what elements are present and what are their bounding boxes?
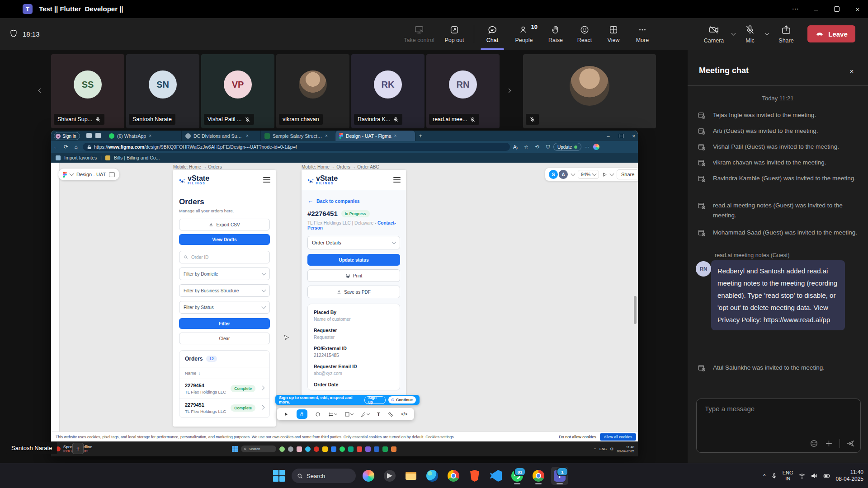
tray-mic-icon[interactable] (771, 473, 778, 479)
participant-tile[interactable]: RN read.ai mee... (426, 54, 500, 128)
teams-taskbar-icon[interactable]: T1 (551, 467, 568, 485)
filter-status-select[interactable]: Filter by Status (179, 301, 270, 314)
app-icon[interactable] (381, 467, 398, 485)
history-icon[interactable]: ⟲ (532, 144, 542, 150)
collaborator-avatar[interactable]: A (558, 169, 568, 179)
layout-panel-icon[interactable] (109, 172, 115, 177)
minimize-button[interactable]: – (806, 0, 826, 18)
leave-button[interactable]: Leave (807, 25, 855, 42)
participant-tile[interactable]: SN Santosh Narate (126, 54, 199, 128)
favorite-star-icon[interactable]: ☆ (521, 144, 532, 150)
present-icon[interactable] (602, 172, 607, 177)
emoji-icon[interactable] (810, 439, 818, 448)
clear-button[interactable]: Clear (179, 333, 270, 344)
close-button[interactable]: × (847, 0, 868, 18)
collections-icon[interactable]: ⛉ (542, 144, 553, 150)
file-explorer-icon[interactable] (402, 467, 420, 485)
tray-expand-icon[interactable]: ^ (763, 473, 766, 479)
figma-doc-chip[interactable]: Design - UAT (58, 169, 119, 180)
participant-tile[interactable]: vikram chavan (276, 54, 349, 128)
raise-hand-button[interactable]: Raise (541, 18, 570, 50)
tab-figma-active[interactable]: Design - UAT - Figma× (335, 131, 415, 141)
wifi-icon[interactable] (798, 472, 806, 479)
chat-input-box[interactable] (696, 399, 861, 453)
chat-close-icon[interactable]: × (847, 66, 856, 75)
frame-tool[interactable] (328, 412, 337, 417)
chrome-profile-icon[interactable] (530, 467, 547, 485)
print-button[interactable]: Print (307, 269, 400, 282)
brave-icon[interactable] (466, 467, 483, 485)
taskbar-clock[interactable]: 11:4008-04-2025 (836, 469, 863, 483)
tab-dc-divisions[interactable]: DC Divisions and Surroundings× (182, 131, 261, 141)
comment-tool[interactable] (315, 412, 321, 417)
volume-icon[interactable] (811, 472, 818, 479)
order-row[interactable]: 2279451TL Flex Holdings LLC Complete (179, 399, 269, 418)
copilot-icon[interactable] (593, 144, 599, 150)
tab-close-icon[interactable]: × (246, 133, 249, 138)
tiles-scroll-right-icon[interactable] (505, 85, 513, 98)
view-drafts-button[interactable]: View Drafts (179, 234, 270, 245)
order-row[interactable]: 2279454TL Flex Holdings LLC Complete (179, 379, 269, 399)
home-icon[interactable]: ⌂ (71, 144, 81, 150)
shape-tool[interactable] (344, 412, 353, 417)
order-details-select[interactable]: Order Details (307, 236, 400, 249)
bookmark-bills-link[interactable]: Bills | Billing and Co... (114, 155, 160, 160)
refresh-icon[interactable]: ⟳ (61, 144, 71, 150)
whatsapp-icon[interactable]: 81 (509, 467, 526, 485)
browser-menu-icon[interactable]: ⋯ (581, 144, 592, 150)
collaborators-chevron[interactable] (571, 172, 576, 176)
hamburger-menu-icon[interactable] (393, 177, 401, 183)
tab-salary-sheet[interactable]: Sample Salary Structure with calc× (261, 131, 335, 141)
taskbar-search[interactable]: Search (292, 469, 356, 483)
filter-button[interactable]: Filter (179, 318, 270, 329)
tab-close-icon[interactable]: × (394, 133, 397, 138)
vscode-icon[interactable] (487, 467, 505, 485)
deny-cookies-button[interactable]: Do not allow cookies (559, 435, 596, 439)
tiles-scroll-left-icon[interactable] (36, 85, 44, 98)
browser-maximize-icon[interactable] (619, 134, 623, 138)
browser-update-button[interactable]: Update (553, 143, 581, 151)
back-icon[interactable]: ← (51, 144, 61, 150)
figma-signup-button[interactable]: Sign up (364, 396, 385, 404)
spotlight-tile[interactable] (523, 54, 656, 128)
share-button[interactable]: Share (773, 18, 799, 50)
figma-frame-order-detail[interactable]: vStateFILINGS ←Back to companies #227645… (302, 170, 406, 399)
tab-whatsapp[interactable]: (6) WhatsApp× (105, 131, 182, 141)
browser-workspaces-icon[interactable] (86, 133, 92, 138)
zoom-level-select[interactable]: 94% (578, 170, 599, 179)
battery-icon[interactable] (823, 472, 831, 479)
order-id-search[interactable]: Order ID (179, 251, 270, 263)
camera-options-chevron[interactable] (729, 33, 738, 35)
hamburger-menu-icon[interactable] (263, 177, 270, 183)
import-favorites-link[interactable]: Import favorites (64, 155, 97, 160)
more-button[interactable]: More (628, 18, 657, 50)
hand-tool-selected[interactable] (297, 409, 307, 419)
cookies-settings-link[interactable]: Cookies settings (425, 435, 453, 439)
browser-minimize-icon[interactable]: – (607, 133, 609, 139)
chrome-icon[interactable] (445, 467, 462, 485)
browser-tab-search-icon[interactable] (95, 133, 101, 138)
collaborator-avatar[interactable]: S (549, 170, 558, 179)
copilot-app-icon[interactable] (360, 467, 377, 485)
page-scrollbar-thumb[interactable] (634, 296, 637, 324)
titlebar-more-icon[interactable]: ⋯ (785, 0, 806, 18)
attach-plus-icon[interactable] (825, 439, 833, 448)
people-button[interactable]: 10 People (507, 18, 541, 50)
google-continue-button[interactable]: GContinue (388, 396, 416, 404)
read-aloud-icon[interactable]: A) (510, 144, 521, 150)
mic-button[interactable]: Mic (740, 18, 760, 50)
save-as-pdf-button[interactable]: Save as PDF (307, 286, 400, 298)
mic-options-chevron[interactable] (762, 33, 771, 35)
allow-cookies-button[interactable]: Allow all cookies (600, 433, 636, 441)
dev-mode-tool[interactable]: </> (401, 412, 407, 417)
zoom-in-share-button[interactable]: + (72, 443, 84, 454)
participant-tile[interactable]: RK Ravindra K... (351, 54, 425, 128)
pop-out-button[interactable]: Pop out (439, 18, 470, 50)
maximize-button[interactable] (826, 0, 847, 18)
back-to-companies-link[interactable]: ←Back to companies (307, 197, 400, 204)
move-tool[interactable] (283, 412, 289, 417)
frame-label[interactable]: Mobile: Home → Orders (173, 164, 222, 169)
pen-tool[interactable] (361, 412, 369, 417)
export-csv-button[interactable]: Export CSV (179, 219, 270, 230)
resources-tool[interactable] (388, 412, 393, 417)
